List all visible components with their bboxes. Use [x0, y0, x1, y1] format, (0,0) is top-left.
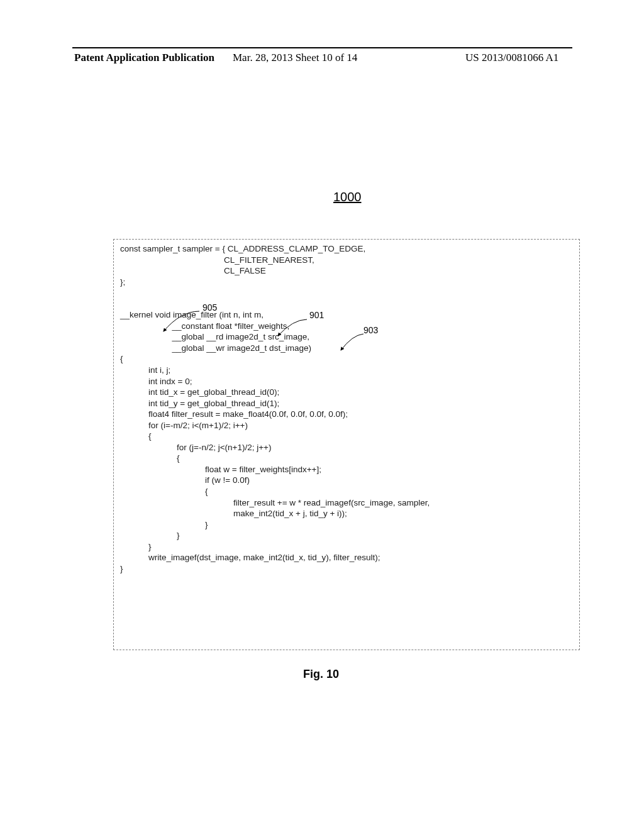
code-line: __global __rd image2d_t src_image, — [120, 332, 309, 341]
code-line: CL_FALSE — [120, 266, 266, 275]
code-line: float w = filter_weights[indx++]; — [120, 465, 321, 474]
figure-caption: Fig. 10 — [303, 668, 339, 681]
code-line: } — [120, 542, 152, 551]
header-middle: Mar. 28, 2013 Sheet 10 of 14 — [233, 52, 357, 64]
code-line: __constant float *filter_weights, — [120, 321, 289, 331]
code-line: { — [120, 431, 152, 441]
header-rule — [72, 47, 572, 48]
code-line: float4 filter_result = make_float4(0.0f,… — [120, 409, 348, 419]
header-right: US 2013/0081066 A1 — [465, 52, 558, 64]
header-left: Patent Application Publication — [74, 52, 214, 64]
code-line: if (w != 0.0f) — [120, 475, 250, 485]
code-line: CL_FILTER_NEAREST, — [120, 255, 314, 265]
code-line: for (j=-n/2; j<(n+1)/2; j++) — [120, 443, 271, 452]
code-line: int tid_x = get_global_thread_id(0); — [120, 387, 279, 397]
code-line: int i, j; — [120, 365, 170, 375]
code-line: { — [120, 354, 123, 363]
code-line: } — [120, 531, 180, 540]
code-line: } — [120, 520, 208, 529]
code-listing: const sampler_t sampler = { CL_ADDRESS_C… — [113, 239, 580, 650]
figure-number: 1000 — [333, 190, 362, 204]
code-line: for (i=-m/2; i<(m+1)/2; i++) — [120, 421, 248, 430]
code-line: make_int2(tid_x + j, tid_y + i)); — [120, 509, 347, 518]
code-line: int indx = 0; — [120, 377, 192, 386]
code-line: } — [120, 564, 123, 573]
page: Patent Application Publication Mar. 28, … — [0, 0, 644, 830]
code-line: }; — [120, 277, 125, 287]
code-line: int tid_y = get_global_thread_id(1); — [120, 399, 279, 408]
code-line: __global __wr image2d_t dst_image) — [120, 343, 311, 353]
code-line: { — [120, 453, 180, 463]
code-line: filter_result += w * read_imagef(src_ima… — [120, 498, 430, 507]
code-line: const sampler_t sampler = { CL_ADDRESS_C… — [120, 244, 365, 253]
code-line: __kernel void image_filter (int n, int m… — [120, 310, 264, 319]
code-line: { — [120, 487, 208, 496]
code-line: write_imagef(dst_image, make_int2(tid_x,… — [120, 553, 380, 562]
